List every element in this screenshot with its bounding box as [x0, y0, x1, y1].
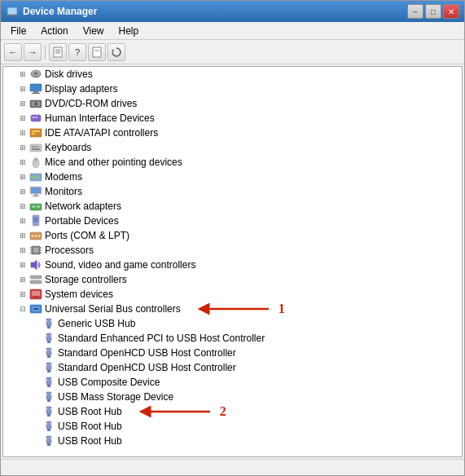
tree-item-root-hub2[interactable]: USB Root Hub	[3, 419, 462, 434]
svg-rect-38	[31, 187, 41, 193]
device-icon-usb-device	[42, 434, 55, 447]
expand-icon[interactable]: ⊞	[16, 229, 29, 242]
expand-icon-leaf	[29, 361, 42, 374]
tree-item-disk-drives[interactable]: ⊞Disk drives	[3, 67, 462, 82]
svg-rect-94	[46, 394, 47, 395]
tree-item-enhanced-pci[interactable]: Standard Enhanced PCI to USB Host Contro…	[3, 331, 462, 346]
tree-item-hid[interactable]: ⊞Human Interface Devices	[3, 111, 462, 126]
tree-item-openhcd2[interactable]: Standard OpenHCD USB Host Controller	[3, 360, 462, 375]
help-button[interactable]: ?	[68, 43, 86, 61]
device-icon-system	[29, 288, 42, 301]
tree-item-mass-storage[interactable]: USB Mass Storage Device	[3, 390, 462, 404]
tree-item-root-hub3[interactable]: USB Root Hub	[3, 434, 462, 448]
expand-icon[interactable]: ⊞	[16, 126, 29, 139]
expand-icon[interactable]: ⊞	[16, 258, 29, 271]
svg-rect-95	[50, 394, 52, 395]
expand-icon[interactable]: ⊞	[16, 185, 29, 198]
menu-action[interactable]: Action	[34, 24, 74, 38]
menu-file[interactable]: File	[4, 24, 33, 38]
device-manager-window: Device Manager − □ ✕ File Action View He…	[0, 0, 465, 476]
tree-item-portable[interactable]: ⊞Portable Devices	[3, 214, 462, 228]
device-icon-usb-device	[42, 405, 55, 418]
tree-item-mice[interactable]: ⊞Mice and other pointing devices	[3, 155, 462, 170]
close-button[interactable]: ✕	[443, 4, 459, 19]
expand-icon[interactable]: ⊞	[16, 82, 29, 95]
menu-help[interactable]: Help	[112, 24, 146, 38]
tree-item-root-hub1[interactable]: USB Root Hub 2	[3, 404, 462, 419]
svg-rect-39	[34, 194, 37, 196]
expand-icon[interactable]: ⊞	[16, 97, 29, 110]
svg-point-49	[35, 235, 37, 237]
svg-rect-78	[46, 335, 47, 337]
expand-icon[interactable]: ⊞	[16, 68, 29, 81]
svg-rect-80	[46, 348, 51, 355]
item-label: IDE ATA/ATAPI controllers	[45, 127, 158, 139]
expand-icon[interactable]: ⊞	[16, 214, 29, 227]
tree-item-dvd-rom[interactable]: ⊞DVD/CD-ROM drives	[3, 96, 462, 111]
tree-item-modems[interactable]: ⊞Modems	[3, 170, 462, 184]
tree-item-processors[interactable]: ⊞Processors	[3, 243, 462, 258]
maximize-button[interactable]: □	[425, 4, 441, 19]
tree-item-network[interactable]: ⊞Network adapters	[3, 199, 462, 214]
svg-rect-82	[46, 350, 47, 351]
menu-view[interactable]: View	[77, 24, 111, 38]
tree-item-generic-hub[interactable]: Generic USB Hub	[3, 316, 462, 331]
tree-item-monitors[interactable]: ⊞Monitors	[3, 184, 462, 199]
annotation-arrow-svg	[187, 301, 277, 317]
tree-item-openhcd1[interactable]: Standard OpenHCD USB Host Controller	[3, 346, 462, 360]
svg-rect-7	[93, 47, 101, 57]
svg-rect-23	[32, 130, 40, 132]
expand-icon[interactable]: ⊞	[16, 112, 29, 125]
expand-icon-leaf	[29, 390, 42, 403]
expand-icon[interactable]: ⊞	[16, 244, 29, 257]
item-label: Monitors	[45, 186, 82, 197]
svg-rect-40	[33, 196, 39, 196]
device-icon-storage	[29, 273, 42, 286]
content-area: ⊞Disk drives⊞Display adapters⊞DVD/CD-ROM…	[1, 64, 464, 459]
tree-item-usb[interactable]: ⊟Universal Serial Bus controllers 1	[3, 302, 462, 316]
item-label: Mice and other pointing devices	[45, 156, 182, 168]
item-label: Portable Devices	[45, 215, 119, 227]
tree-item-display-adapters[interactable]: ⊞Display adapters	[3, 82, 462, 96]
svg-rect-26	[32, 146, 33, 148]
expand-icon[interactable]: ⊞	[16, 156, 29, 169]
svg-rect-92	[46, 392, 51, 399]
item-label: Sound, video and game controllers	[45, 259, 195, 271]
svg-rect-3	[54, 47, 62, 57]
device-icon-hid	[29, 112, 42, 125]
forward-button[interactable]: →	[24, 43, 42, 61]
document-button[interactable]	[88, 43, 106, 61]
expand-icon[interactable]: ⊞	[16, 200, 29, 213]
minimize-button[interactable]: −	[407, 4, 423, 19]
device-icon-processor	[29, 244, 42, 257]
device-icon-usb-device	[42, 332, 55, 345]
expand-icon[interactable]: ⊞	[16, 141, 29, 154]
tree-item-storage[interactable]: ⊞Storage controllers	[3, 272, 462, 287]
svg-rect-43	[37, 205, 40, 208]
tree-item-ide[interactable]: ⊞IDE ATA/ATAPI controllers	[3, 126, 462, 140]
expand-icon[interactable]: ⊞	[16, 288, 29, 301]
annotation-2: 2	[129, 403, 226, 420]
svg-rect-83	[50, 350, 52, 351]
tree-item-system[interactable]: ⊞System devices	[3, 287, 462, 302]
item-label: Display adapters	[45, 83, 117, 95]
tree-item-ports[interactable]: ⊞Ports (COM & LPT)	[3, 228, 462, 243]
svg-rect-96	[46, 407, 51, 414]
expand-icon[interactable]: ⊞	[16, 170, 29, 183]
svg-rect-74	[46, 320, 47, 322]
tree-item-sound[interactable]: ⊞Sound, video and game controllers	[3, 258, 462, 272]
refresh-button[interactable]	[107, 43, 125, 61]
back-button[interactable]: ←	[4, 43, 22, 61]
expand-icon[interactable]: ⊟	[16, 302, 29, 315]
annotation-1: 1	[187, 301, 285, 317]
annotation-number: 1	[279, 302, 285, 316]
expand-icon[interactable]: ⊞	[16, 273, 29, 286]
properties-button[interactable]	[49, 43, 67, 61]
device-icon-modem	[29, 170, 42, 183]
device-tree[interactable]: ⊞Disk drives⊞Display adapters⊞DVD/CD-ROM…	[2, 66, 463, 457]
title-buttons: − □ ✕	[407, 4, 459, 19]
tree-item-composite[interactable]: USB Composite Device	[3, 375, 462, 390]
tree-item-keyboards[interactable]: ⊞Keyboards	[3, 140, 462, 155]
svg-rect-77	[47, 341, 50, 343]
svg-rect-85	[47, 370, 50, 372]
